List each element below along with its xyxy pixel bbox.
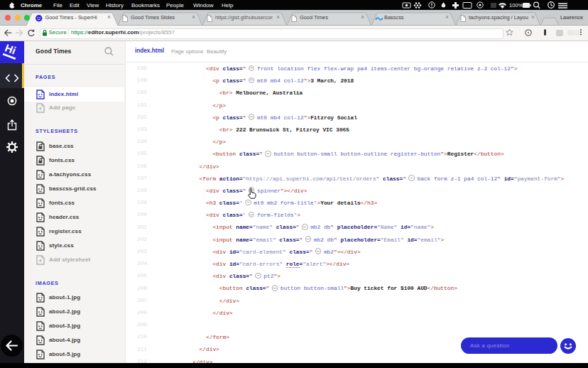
svg-text:100%: 100%: [509, 2, 523, 9]
